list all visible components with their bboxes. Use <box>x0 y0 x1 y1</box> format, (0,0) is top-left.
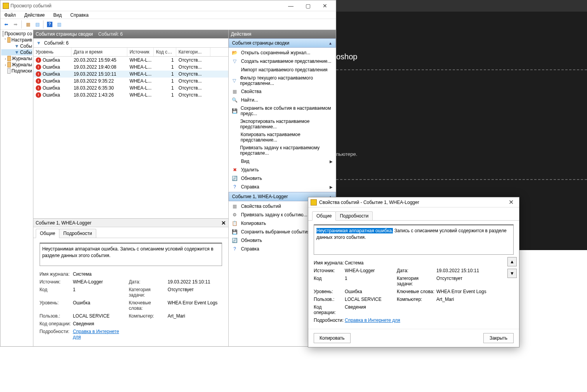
dialog-description[interactable]: Неустранимая аппаратная ошибка. Запись с… <box>314 224 514 255</box>
help-link[interactable]: Справка в Интернете для <box>345 318 491 323</box>
tree-windows-logs[interactable]: ›Журналы <box>1 55 32 62</box>
column-level[interactable]: Уровень <box>33 48 71 56</box>
menu-action[interactable]: Действие <box>22 12 47 19</box>
action-item[interactable]: Импорт настраиваемого представления <box>229 66 336 74</box>
event-row[interactable]: !Ошибка19.03.2022 15:10:11WHEA-L...1Отсу… <box>33 71 228 78</box>
cell-source: WHEA-L... <box>127 57 154 64</box>
window-titlebar[interactable]: Просмотр событий — ▢ ✕ <box>0 0 336 11</box>
action-item[interactable]: 🔍Найти... <box>229 96 336 104</box>
action-item[interactable]: ▽Создать настраиваемое представление... <box>229 57 336 66</box>
nav-back-button[interactable]: ⬅ <box>2 20 10 29</box>
maximize-button[interactable]: ▢ <box>299 0 316 11</box>
val-category: Отсутствует <box>436 276 491 287</box>
val-code: 1 <box>73 287 127 298</box>
action-icon: ▦ <box>232 88 238 95</box>
lbl-category: Категория задачи: <box>129 287 166 298</box>
lbl-user: Пользов.: <box>314 297 344 302</box>
action-item[interactable]: 📂Открыть сохраненный журнал... <box>229 48 336 57</box>
lbl-moreinfo: Подробности: <box>314 318 344 323</box>
action-icon: ? <box>232 184 238 190</box>
center-subheader-count: Событий: 6 <box>44 40 69 46</box>
column-category[interactable]: Категори... <box>176 48 210 56</box>
close-dialog-button[interactable]: Закрыть <box>483 333 514 343</box>
events-grid[interactable]: Уровень Дата и время Источник Код соб...… <box>33 48 228 218</box>
tree-root-label: Просмотр со <box>5 31 32 36</box>
dialog-titlebar[interactable]: Свойства событий - Событие 1, WHEA-Logge… <box>308 197 519 207</box>
action-icon: 🔄 <box>232 175 238 181</box>
action-item[interactable]: Копировать настраиваемое представление..… <box>229 131 336 144</box>
center-header-count: Событий: 6 <box>98 31 123 37</box>
close-button[interactable]: ✕ <box>316 0 333 11</box>
action-item[interactable]: ✖Удалить <box>229 166 336 174</box>
dialog-title: Свойства событий - Событие 1, WHEA-Logge… <box>319 200 505 205</box>
action-icon: 📂 <box>232 50 238 56</box>
action-label: Копировать настраиваемое представление..… <box>241 132 333 143</box>
tab-general[interactable]: Общие <box>312 211 336 221</box>
window-title: Просмотр событий <box>10 3 282 9</box>
event-row[interactable]: !Ошибка18.03.2022 6:35:30WHEA-L...1Отсут… <box>33 85 228 92</box>
detail-close-button[interactable]: ✕ <box>221 220 226 226</box>
column-source[interactable]: Источник <box>127 48 154 56</box>
action-item[interactable]: ▦Свойства <box>229 87 336 96</box>
action-icon: ▽ <box>232 58 238 64</box>
action-item[interactable]: 🔄Обновить <box>229 174 336 183</box>
menu-view[interactable]: Вид <box>51 12 64 19</box>
preview-pane-button[interactable]: ▥ <box>55 20 63 29</box>
tree-filter-item-selected[interactable]: ▼Собы <box>1 49 32 55</box>
action-label: Вид <box>241 159 250 164</box>
dialog-close-button[interactable]: ✕ <box>505 199 517 206</box>
action-item[interactable]: Привязать задачу к настраиваемому предст… <box>229 144 336 157</box>
lbl-keywords: Ключевые слова: <box>397 289 436 294</box>
action-label: Привязать задачу к настраиваемому предст… <box>240 145 333 156</box>
nav-forward-button[interactable]: ➡ <box>11 20 20 29</box>
copy-button[interactable]: Копировать <box>314 333 351 343</box>
column-code[interactable]: Код соб... <box>154 48 176 56</box>
tree-subscriptions[interactable]: Подписки <box>1 68 32 74</box>
background-text-computer: пьютере. <box>336 151 357 157</box>
tree-root[interactable]: Просмотр со <box>1 31 32 37</box>
cell-source: WHEA-L... <box>127 78 154 85</box>
event-row[interactable]: !Ошибка18.03.2022 1:43:26WHEA-L...1Отсут… <box>33 92 228 98</box>
action-item[interactable]: 💾Сохранить все события в настраиваемом п… <box>229 104 336 117</box>
action-label: Создать настраиваемое представление... <box>241 59 332 64</box>
action-icon: ⚙ <box>232 212 238 218</box>
column-date[interactable]: Дата и время <box>71 48 127 56</box>
minimize-button[interactable]: — <box>282 0 299 11</box>
actions-section-summary[interactable]: События страницы сводки ▲ <box>229 38 336 48</box>
action-label: Копировать <box>241 221 266 226</box>
detail-description[interactable]: Неустранимая аппаратная ошибка. Запись с… <box>40 243 222 266</box>
menu-file[interactable]: Файл <box>2 12 18 19</box>
event-row[interactable]: !Ошибка19.03.2022 19:40:08WHEA-L...1Отсу… <box>33 64 228 71</box>
event-row[interactable]: !Ошибка20.03.2022 15:59:45WHEA-L...1Отсу… <box>33 57 228 64</box>
action-item[interactable]: ?Справка▶ <box>229 183 336 191</box>
menu-help[interactable]: Справка <box>68 12 91 19</box>
filter-icon: ▼ <box>36 40 41 46</box>
action-item[interactable]: ▽Фильтр текущего настраиваемого представ… <box>229 74 336 87</box>
cell-category: Отсутств... <box>176 64 210 71</box>
tab-details[interactable]: Подробности <box>335 211 373 220</box>
show-hide-tree-button[interactable]: ▦ <box>24 20 32 29</box>
cell-code: 1 <box>154 57 176 64</box>
event-viewer-window: Просмотр событий — ▢ ✕ Файл Действие Вид… <box>0 0 336 347</box>
error-icon: ! <box>36 57 41 63</box>
event-row[interactable]: !Ошибка18.03.2022 9:35:22WHEA-L...1Отсут… <box>33 78 228 85</box>
cell-date: 18.03.2022 1:43:26 <box>71 92 127 98</box>
next-event-button[interactable]: ▼ <box>507 269 517 278</box>
help-button[interactable]: ? <box>45 20 54 29</box>
center-subheader: ▼ Событий: 6 <box>33 38 228 48</box>
action-icon: 🔍 <box>232 97 238 103</box>
prev-event-button[interactable]: ▲ <box>507 257 517 266</box>
detail-properties: Имя журнала: Система Источник: WHEA-Logg… <box>40 271 222 340</box>
collapse-arrow-icon: ▲ <box>328 41 332 45</box>
action-item[interactable]: Экспортировать настраиваемое представлен… <box>229 117 336 131</box>
navigation-tree[interactable]: Просмотр со ˅Настраив ▼Собы ▼Собы ›Журна… <box>0 30 33 346</box>
tab-general[interactable]: Общие <box>36 229 59 238</box>
help-link[interactable]: Справка в Интернете для <box>73 329 127 340</box>
tree-custom-views[interactable]: ˅Настраив <box>1 37 32 43</box>
tree-filter-item[interactable]: ▼Собы <box>1 43 32 49</box>
tab-details[interactable]: Подробности <box>59 229 96 238</box>
tree-app-logs[interactable]: ›Журналы <box>1 62 32 68</box>
action-item[interactable]: Вид▶ <box>229 157 336 166</box>
tree-label: Собы <box>20 50 32 55</box>
show-hide-actions-button[interactable]: ▤ <box>33 20 42 29</box>
